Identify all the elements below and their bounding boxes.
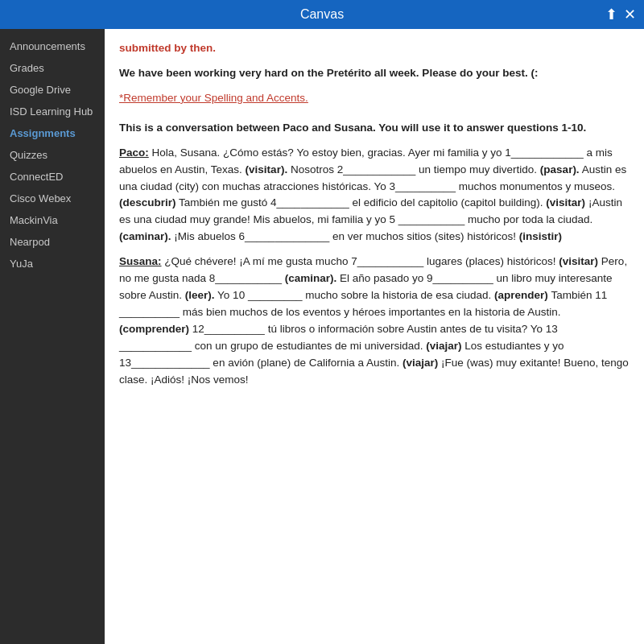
paco-verb1: (visitar). [246,163,288,175]
sidebar-item-grades[interactable]: Grades [0,57,105,79]
paco-verb3: (descubrir) [119,196,176,208]
sidebar: AnnouncementsGradesGoogle DriveISD Learn… [0,29,105,644]
paco-verb5: (caminar). [119,230,171,242]
sidebar-item-cisco-webex[interactable]: Cisco Webex [0,188,105,209]
content-area[interactable]: submitted by then. We have been working … [105,29,644,644]
intro-paragraph: We have been working very hard on the Pr… [119,65,630,82]
susana-verb2: (caminar). [285,272,337,284]
upload-icon[interactable]: ⬆ [605,6,617,23]
spelling-reminder: *Remember your Spelling and Accents. [119,90,630,107]
paco-block: Paco: Hola, Susana. ¿Cómo estás? Yo esto… [119,145,630,246]
app-body: AnnouncementsGradesGoogle DriveISD Learn… [0,29,644,644]
susana-text1: ¿Qué chévere! ¡A mí me gusta mucho 7____… [164,255,559,267]
susana-verb3: (leer). [185,289,215,301]
paco-text2: Nosotros 2____________ un tiempo muy div… [291,163,540,175]
close-icon[interactable]: ✕ [624,6,636,23]
susana-block: Susana: ¿Qué chévere! ¡A mí me gusta muc… [119,254,630,388]
susana-verb5: (comprender) [119,323,189,335]
sidebar-item-yuja[interactable]: YuJa [0,253,105,275]
sidebar-item-nearpod[interactable]: Nearpod [0,231,105,253]
sidebar-item-google-drive[interactable]: Google Drive [0,79,105,101]
susana-verb7: (viajar) [402,357,438,369]
susana-verb1: (visitar) [559,255,598,267]
sidebar-item-connected[interactable]: ConnectED [0,166,105,188]
sidebar-item-mackinvia[interactable]: MackinVia [0,209,105,231]
submitted-line: submitted by then. [119,40,630,57]
title-bar-actions: ⬆ ✕ [605,6,636,23]
paco-verb2: (pasar). [540,163,580,175]
conversation-intro: This is a conversation between Paco and … [119,120,630,137]
susana-name: Susana: [119,255,162,267]
susana-text4: Yo 10 _________ mucho sobre la historia … [217,289,494,301]
susana-verb4: (aprender) [494,289,548,301]
sidebar-item-assignments[interactable]: Assignments [0,122,105,144]
sidebar-item-isd-learning-hub[interactable]: ISD Learning Hub [0,101,105,122]
paco-text7: ¡Mis abuelos 6______________ en ver much… [174,230,518,242]
sidebar-item-quizzes[interactable]: Quizzes [0,144,105,166]
paco-text5: También me gustó 4____________ el edific… [179,196,546,208]
paco-text4: Yo 3__________ muchos monumentos y museo… [374,180,615,192]
paco-name: Paco: [119,147,149,159]
sidebar-item-announcements[interactable]: Announcements [0,35,105,57]
susana-verb6: (viajar) [426,340,461,352]
title-bar-title: Canvas [300,7,344,22]
paco-verb4: (visitar) [546,196,585,208]
paco-verb6: (insistir) [519,230,562,242]
title-bar: Canvas ⬆ ✕ [0,0,644,29]
